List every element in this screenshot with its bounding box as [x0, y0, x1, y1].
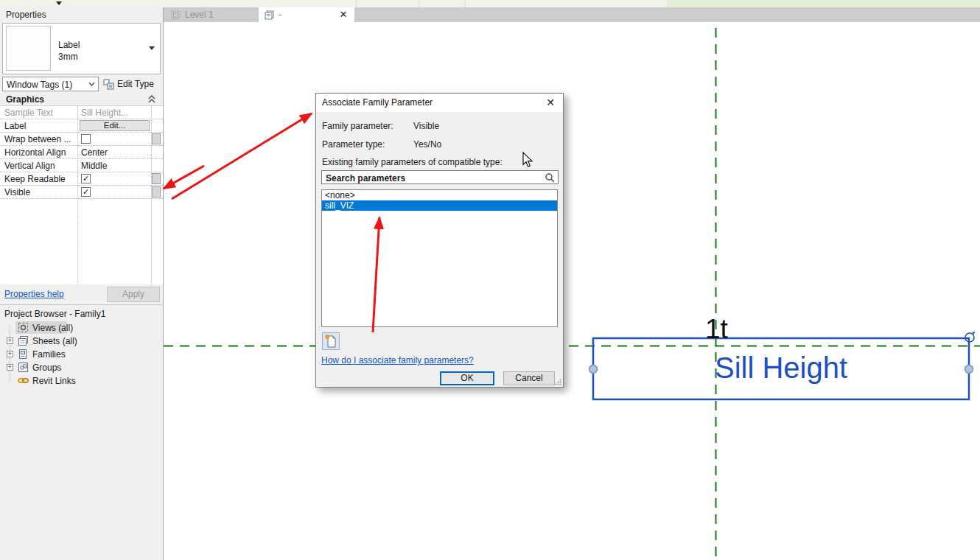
- panel-divider: [0, 304, 164, 305]
- ribbon-divider: [419, 0, 419, 7]
- resize-grip[interactable]: [555, 379, 561, 385]
- parameter-list[interactable]: <none> sill_VIZ: [321, 189, 558, 327]
- type-selector-dropdown-icon[interactable]: [149, 46, 155, 50]
- property-row-sample-text: Sample Text Sill Height...: [0, 106, 163, 119]
- family-name: Label: [58, 40, 80, 50]
- property-grid: Sample Text Sill Height... Label Edit...…: [0, 105, 163, 284]
- property-label: Sample Text: [4, 108, 75, 118]
- list-item-none[interactable]: <none>: [322, 190, 557, 200]
- tree-item-revit-links[interactable]: Revit Links: [0, 375, 162, 388]
- edit-label-button[interactable]: Edit...: [80, 120, 150, 131]
- property-row-wrap-between: Wrap between ...: [0, 133, 163, 146]
- families-icon: [18, 349, 29, 360]
- expand-icon[interactable]: +: [7, 364, 13, 371]
- tree-item-label: Sheets (all): [32, 336, 77, 346]
- properties-panel: Properties Label 3mm Window Tags (1) Edi…: [0, 7, 164, 560]
- property-row-visible: Visible ✓: [0, 186, 163, 199]
- property-row-vertical-align: Vertical Align Middle: [0, 159, 163, 172]
- property-row-horizontal-align: Horizontal Align Center: [0, 146, 163, 159]
- type-preview-thumbnail: [6, 26, 51, 71]
- ribbon-dropdown-arrow-icon[interactable]: [56, 1, 62, 5]
- tab-level-1[interactable]: Level 1: [165, 7, 258, 22]
- rotate-handle[interactable]: [965, 332, 975, 342]
- tree-item-views[interactable]: Views (all): [0, 322, 162, 335]
- new-parameter-button[interactable]: [322, 332, 340, 350]
- tree-item-label: Groups: [32, 363, 61, 373]
- associate-parameter-button-visible[interactable]: [152, 186, 161, 197]
- revit-family-editor-window: Level 1 - ✕: [0, 0, 980, 560]
- ok-button[interactable]: OK: [440, 371, 494, 385]
- tree-item-families[interactable]: + Families: [0, 349, 162, 361]
- ribbon-bottom-strip: [0, 0, 980, 7]
- ribbon-divider: [356, 0, 357, 7]
- sheet-view-icon: [265, 10, 274, 20]
- tree-item-label: Revit Links: [32, 376, 76, 386]
- visible-checkbox[interactable]: ✓: [81, 187, 91, 197]
- property-value[interactable]: Center: [81, 147, 149, 158]
- property-label: Horizontal Align: [4, 147, 75, 158]
- list-item-sill-viz[interactable]: sill_VIZ: [322, 200, 557, 211]
- drawing-geometry: [164, 22, 980, 560]
- ribbon-divider: [465, 0, 466, 7]
- tab-label: -: [279, 10, 281, 20]
- search-input[interactable]: [324, 172, 545, 184]
- edit-type-icon: [103, 79, 114, 90]
- parameter-search-box[interactable]: [321, 170, 559, 184]
- dialog-title-bar[interactable]: Associate Family Parameter ✕: [316, 94, 563, 112]
- ribbon-contextual-tab-strip: [667, 0, 980, 7]
- views-icon: [18, 322, 29, 333]
- tree-item-groups[interactable]: + Groups: [0, 362, 162, 374]
- property-label: Label: [4, 121, 75, 131]
- property-label: Vertical Align: [4, 161, 75, 171]
- property-value: Sill Height...: [81, 108, 149, 118]
- compatible-parameters-caption: Existing family parameters of compatible…: [322, 157, 503, 167]
- tab-active-view[interactable]: - ✕: [259, 7, 354, 22]
- type-selector[interactable]: Label 3mm: [2, 23, 161, 74]
- tree-item-label: Families: [32, 349, 66, 360]
- close-tab-icon[interactable]: ✕: [338, 10, 349, 20]
- label-text[interactable]: Sill Height: [593, 351, 969, 384]
- dialog-help-link[interactable]: How do I associate family parameters?: [321, 355, 474, 365]
- property-row-keep-readable: Keep Readable ✓: [0, 172, 163, 186]
- wrap-between-checkbox[interactable]: [81, 134, 91, 144]
- property-row-label: Label Edit...: [0, 119, 163, 133]
- combobox-value: Window Tags (1): [7, 80, 72, 90]
- revit-links-icon: [18, 375, 29, 386]
- groups-icon: [18, 362, 29, 373]
- section-title: Graphics: [6, 94, 44, 105]
- property-label: Visible: [4, 187, 75, 197]
- parameter-type-label: Parameter type:: [322, 139, 385, 150]
- expand-icon[interactable]: +: [7, 337, 13, 344]
- plan-view-icon: [171, 10, 181, 20]
- tree-item-label: Views (all): [32, 323, 73, 333]
- graphics-section-header[interactable]: Graphics: [0, 93, 163, 105]
- family-parameter-label: Family parameter:: [322, 121, 393, 131]
- search-icon: [545, 172, 556, 183]
- panel-title: Properties: [6, 10, 46, 20]
- associate-family-parameter-dialog: Associate Family Parameter ✕ Family para…: [315, 93, 564, 388]
- element-filter-combobox[interactable]: Window Tags (1): [2, 77, 99, 91]
- property-label: Wrap between ...: [4, 134, 75, 144]
- associate-parameter-button[interactable]: [152, 173, 161, 184]
- tab-label: Level 1: [185, 10, 214, 20]
- family-parameter-value: Visible: [413, 121, 439, 131]
- tree-item-sheets[interactable]: + Sheets (all): [0, 335, 162, 348]
- chevron-down-icon: [88, 82, 95, 86]
- edit-type-label: Edit Type: [117, 79, 154, 89]
- sheets-icon: [18, 335, 29, 346]
- collapse-section-icon[interactable]: [148, 95, 155, 103]
- cancel-button[interactable]: Cancel: [503, 371, 555, 385]
- close-dialog-icon[interactable]: ✕: [544, 96, 557, 109]
- view-tab-bar: Level 1 - ✕: [164, 7, 980, 22]
- type-name: 3mm: [58, 52, 78, 62]
- drawing-area[interactable]: 1t Sill Height: [164, 22, 980, 560]
- associate-parameter-button[interactable]: [152, 133, 161, 144]
- properties-help-link[interactable]: Properties help: [4, 289, 64, 299]
- property-value[interactable]: Middle: [81, 161, 149, 171]
- apply-button[interactable]: Apply: [107, 287, 160, 302]
- dimension-annotation: 1t: [705, 315, 728, 343]
- parameter-type-value: Yes/No: [413, 139, 441, 150]
- edit-type-button[interactable]: Edit Type: [103, 77, 154, 91]
- expand-icon[interactable]: +: [7, 351, 13, 357]
- keep-readable-checkbox[interactable]: ✓: [81, 174, 91, 183]
